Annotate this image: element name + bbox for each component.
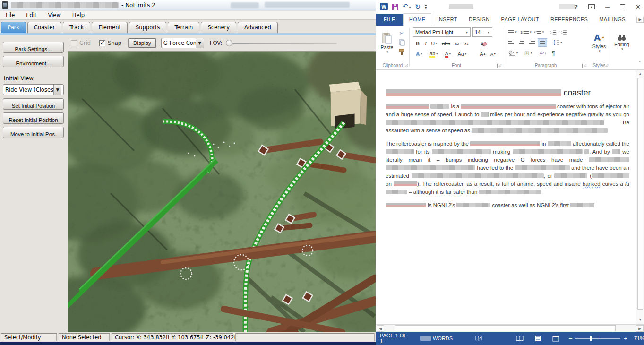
scroll-down-icon[interactable]: ▼ [637,317,644,323]
numbering-button[interactable]: 1⃒▾ [520,28,532,36]
scroll-left-icon[interactable]: ◀ [377,325,384,332]
zoom-slider-thumb[interactable] [590,336,592,341]
font-dialog-launcher[interactable]: ◿ [497,64,501,68]
clear-formatting-button[interactable]: A [479,39,489,48]
bold-button[interactable]: B [414,39,421,48]
styles-button[interactable]: A Styles ▾ [590,28,609,57]
zoom-level[interactable]: 71% [634,336,644,341]
snap-checkbox[interactable] [99,40,105,46]
increase-indent-button[interactable] [558,28,568,36]
menu-help[interactable]: Help [67,12,90,18]
tab-park[interactable]: Park [1,22,26,33]
ribbon-tab-file[interactable]: FILE [376,14,403,26]
tab-supports[interactable]: Supports [129,22,166,33]
set-initial-position-button[interactable]: Set Initial Position [3,98,64,110]
horizontal-scroll-thumb[interactable] [395,325,616,331]
ribbon-tab-page-layout[interactable]: PAGE LAYOUT [496,14,545,26]
change-case-button[interactable]: Aa▾ [455,50,469,58]
scroll-up-icon[interactable]: ▲ [637,71,644,78]
ribbon-tab-design[interactable]: DESIGN [463,14,496,26]
vertical-scroll-thumb[interactable] [637,78,643,310]
paragraph-dialog-launcher[interactable]: ◿ [582,64,586,68]
align-center-button[interactable] [517,38,526,47]
copy-button[interactable] [397,38,406,47]
menu-view[interactable]: View [43,12,67,18]
format-painter-button[interactable] [397,48,406,56]
line-spacing-button[interactable]: ▾ [551,38,564,47]
save-icon[interactable] [392,4,398,10]
ribbon-tab-insert[interactable]: INSERT [431,14,463,26]
editing-button[interactable]: Editing ▾ [611,28,632,57]
font-color-button[interactable]: A▾ [442,50,454,58]
page-indicator[interactable]: PAGE 1 OF 1 [380,333,410,344]
align-left-button[interactable] [507,38,516,47]
menu-file[interactable]: File [0,12,20,18]
subscript-button[interactable]: x2 [453,39,461,48]
maximize-icon[interactable] [620,4,625,9]
justify-button[interactable] [538,38,547,47]
redo-icon[interactable]: ↻ [415,3,421,10]
borders-button[interactable]: ⊞▾ [522,49,535,57]
tab-advanced[interactable]: Advanced [238,22,278,33]
highlight-color-button[interactable]: ab▾ [427,50,440,58]
shrink-font-button[interactable]: A▼ [489,50,498,58]
font-name-combo[interactable]: Myriad Pro Light ▾ [413,27,471,37]
ribbon-display-options-icon[interactable]: ▲ [588,4,595,9]
text-effects-button[interactable]: A▾ [413,50,425,58]
tab-terrain[interactable]: Terrain [168,22,199,33]
proofing-error-icon[interactable]: ✗ [475,335,482,342]
move-to-initial-pos-button[interactable]: Move to Initial Pos. [3,127,64,138]
menu-edit[interactable]: Edit [20,12,42,18]
grid-checkbox[interactable] [71,40,77,46]
tab-track[interactable]: Track [63,22,90,33]
zoom-slider[interactable] [575,338,620,339]
minimize-icon[interactable]: ─ [605,3,610,10]
align-right-button[interactable] [527,38,537,47]
vertical-scrollbar[interactable]: ▲ ▼ [636,70,644,324]
word-count-label[interactable]: WORDS [433,336,453,341]
scroll-right-icon[interactable]: ▶ [636,325,644,332]
environment-button[interactable]: Environment... [3,56,64,67]
zoom-out-icon[interactable]: − [568,335,572,342]
display-mode-combo[interactable]: G-Force Comb ▼ [161,38,204,48]
print-layout-icon[interactable] [535,335,541,342]
customize-qat-icon[interactable]: ▾ [425,5,427,9]
sort-button[interactable]: AZ↓ [538,49,548,57]
font-size-combo[interactable]: 14 ▾ [472,27,492,37]
reset-initial-position-button[interactable]: Reset Initial Position [3,112,64,124]
display-button[interactable]: Display [128,38,156,48]
collapse-ribbon-icon[interactable]: ⌃ [637,60,643,66]
tab-coaster[interactable]: Coaster [27,22,61,33]
close-icon[interactable]: ✕ [635,3,641,10]
web-layout-icon[interactable] [552,336,559,342]
underline-button[interactable]: U▾ [429,39,439,48]
multilevel-list-button[interactable]: ¹⁻▾ [533,28,545,36]
fov-slider[interactable] [226,43,337,44]
undo-icon[interactable]: ↶▾ [403,3,411,11]
more-tabs-icon[interactable]: ▶ [636,17,644,23]
shading-button[interactable]: ▾ [507,49,520,57]
italic-button[interactable]: I [422,39,429,48]
clipboard-dialog-launcher[interactable]: ◿ [404,64,408,68]
show-marks-button[interactable]: ¶ [549,49,558,57]
help-icon[interactable]: ? [574,3,578,10]
tab-element[interactable]: Element [92,22,128,33]
ribbon-tab-references[interactable]: REFERENCES [545,14,593,26]
grow-font-button[interactable]: A▲ [478,50,488,58]
park-settings-button[interactable]: Park Settings... [3,42,64,53]
fov-slider-thumb[interactable] [226,40,232,46]
tab-scenery[interactable]: Scenery [201,22,236,33]
zoom-in-icon[interactable]: + [624,335,627,342]
superscript-button[interactable]: x2 [462,39,471,48]
paste-button[interactable]: Paste ▾ [379,28,395,58]
read-mode-icon[interactable] [516,336,523,342]
initial-view-combo[interactable]: Ride View (Closest ▼ [3,84,64,95]
ribbon-tab-mailings[interactable]: MAILINGS [593,14,631,26]
document-canvas[interactable]: coaster is a coaster with tons of ejecto… [376,70,636,324]
ribbon-tab-home[interactable]: HOME [403,13,432,26]
strikethrough-button[interactable]: abc [440,39,452,48]
cut-button[interactable]: ✂ [397,29,406,37]
decrease-indent-button[interactable] [548,28,558,36]
3d-viewport[interactable] [68,51,376,332]
horizontal-scrollbar[interactable]: ◀ ▶ [376,324,644,332]
